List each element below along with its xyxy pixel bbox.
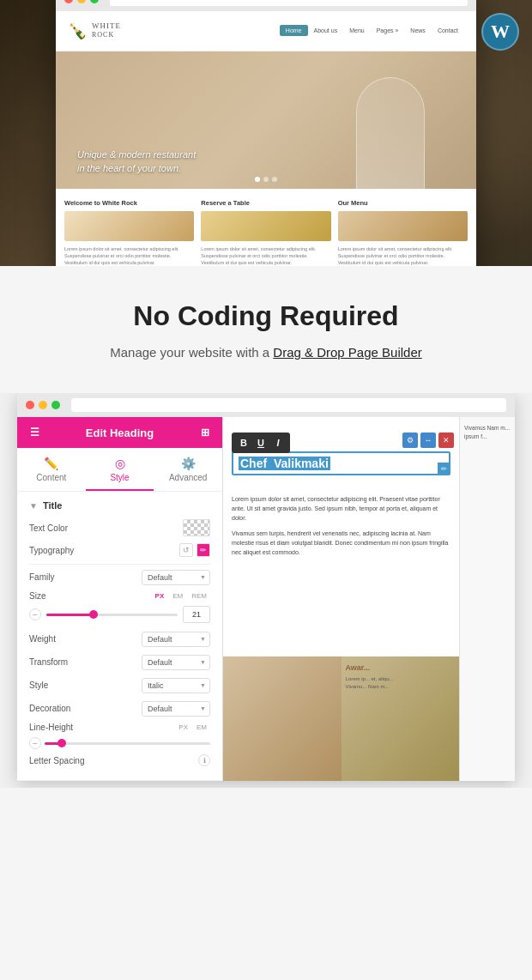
style-label: Style xyxy=(29,681,48,690)
site-nav-items: Home About us Menu Pages » News Contact xyxy=(280,25,464,36)
italic-button[interactable]: I xyxy=(270,435,286,451)
award-title: Awar... xyxy=(346,663,371,672)
lh-slider-thumb[interactable] xyxy=(57,739,66,747)
article-text: Lorem ipsum dolor sit amet, consectetur … xyxy=(232,494,450,562)
edit-typography-button[interactable]: ✏ xyxy=(196,543,210,557)
weight-label: Weight xyxy=(29,634,56,644)
decoration-select[interactable]: Default xyxy=(142,701,210,717)
lh-decrease[interactable]: − xyxy=(29,737,41,749)
transform-row: Transform Default xyxy=(29,653,210,670)
size-slider-thumb[interactable] xyxy=(89,610,98,619)
weight-row: Weight Default xyxy=(29,630,210,647)
nav-item-contact[interactable]: Contact xyxy=(432,25,464,36)
tab-advanced[interactable]: ⚙️ Advanced xyxy=(154,448,222,491)
decoration-label: Decoration xyxy=(29,704,70,713)
hero-dot-2[interactable] xyxy=(263,177,269,182)
sidebar-text: Vivamus Nam m... ipsum f... xyxy=(464,424,511,441)
site-col-2: Reserve a Table Lorem ipsum dolor sit am… xyxy=(201,199,330,266)
letter-spacing-info: ℹ xyxy=(198,754,210,766)
hero-line1: Unique & modern restaurant xyxy=(77,148,196,162)
builder-bar xyxy=(17,393,515,417)
preview-main: B U I ⚙ ↔ ✕ Chef Va xyxy=(223,417,459,781)
site-col-1-text: Lorem ipsum dolor sit amet, consectetur … xyxy=(64,245,194,266)
family-select[interactable]: Default xyxy=(142,570,210,585)
unit-rem[interactable]: REM xyxy=(188,591,210,601)
decoration-select-wrapper: Default xyxy=(142,699,210,717)
hamburger-icon[interactable]: ☰ xyxy=(27,426,41,439)
size-number-input[interactable] xyxy=(183,606,210,623)
article-paragraph-1: Lorem ipsum dolor sit amet, consectetur … xyxy=(232,494,450,523)
logo-icon: 🍾 xyxy=(68,18,87,44)
nav-item-home[interactable]: Home xyxy=(280,25,308,36)
style-tab-icon: ◎ xyxy=(115,457,125,470)
nav-item-menu[interactable]: Menu xyxy=(343,25,371,36)
size-row: Size PX EM REM xyxy=(29,591,210,601)
content-tab-icon: ✏️ xyxy=(44,457,58,470)
bottom-image-1 xyxy=(223,656,342,781)
size-slider-track[interactable] xyxy=(46,614,178,616)
style-select[interactable]: Italic xyxy=(142,678,210,693)
nav-item-news[interactable]: News xyxy=(404,25,432,36)
decoration-row: Decoration Default xyxy=(29,699,210,717)
line-height-label: Line-Height xyxy=(29,723,172,732)
sub-text: Manage your website with a Drag & Drop P… xyxy=(34,342,498,363)
handle-close-btn[interactable]: ✕ xyxy=(438,433,454,448)
chef-edit-pencil[interactable]: ✏ xyxy=(438,463,450,475)
tab-style[interactable]: ◎ Style xyxy=(86,448,154,491)
family-select-wrapper: Default xyxy=(142,568,210,585)
main-heading: No Coding Required xyxy=(34,300,498,332)
site-col-1-title: Welcome to White Rock xyxy=(64,199,194,207)
builder-url-bar xyxy=(71,398,506,412)
nav-item-pages[interactable]: Pages » xyxy=(371,25,405,36)
bold-button[interactable]: B xyxy=(236,435,251,451)
tab-content[interactable]: ✏️ Content xyxy=(17,448,86,491)
site-col-3-image xyxy=(338,211,468,241)
color-picker[interactable] xyxy=(183,519,210,536)
unit-px[interactable]: PX xyxy=(152,591,168,601)
grid-icon[interactable]: ⊞ xyxy=(198,426,212,439)
typography-controls: ↺ ✏ xyxy=(179,543,210,557)
site-col-2-text: Lorem ipsum dolor sit amet, consectetur … xyxy=(201,245,330,266)
lh-unit-em[interactable]: EM xyxy=(193,723,210,732)
tab-style-label: Style xyxy=(110,473,129,482)
award-body-1: Lorem ip... et, aliqu... xyxy=(346,675,456,683)
unit-em[interactable]: EM xyxy=(169,591,186,601)
chef-heading-block[interactable]: Chef Valikmaki ✏ xyxy=(232,451,450,475)
chef-prefix: Chef xyxy=(239,457,272,470)
underline-button[interactable]: U xyxy=(253,435,269,451)
title-section: ▼ Title Text Color Typography ↺ ✏ xyxy=(17,492,222,781)
browser-url-bar xyxy=(110,0,468,6)
hero-line2: in the heart of your town. xyxy=(77,161,196,176)
hero-dot-3[interactable] xyxy=(272,177,277,182)
size-slider-fill xyxy=(46,614,93,616)
nav-item-about[interactable]: About us xyxy=(308,25,344,36)
refresh-button[interactable]: ↺ xyxy=(179,543,193,557)
edit-handle: ⚙ ↔ ✕ xyxy=(402,433,454,448)
size-label: Size xyxy=(29,591,147,601)
award-body-2: Vivamu... Nam m... xyxy=(346,683,456,691)
size-decrease[interactable]: − xyxy=(29,608,41,620)
tab-advanced-label: Advanced xyxy=(169,473,207,482)
lh-unit-px[interactable]: PX xyxy=(175,723,191,732)
builder-dot-yellow xyxy=(39,401,47,409)
text-color-row: Text Color xyxy=(29,519,210,536)
wordpress-icon[interactable]: W xyxy=(481,13,519,51)
transform-select[interactable]: Default xyxy=(142,655,210,670)
builder-dot-green xyxy=(51,401,60,409)
builder-preview-content: B U I ⚙ ↔ ✕ Chef Va xyxy=(223,417,515,781)
weight-select-wrapper: Default xyxy=(142,630,210,647)
section-title-label: Title xyxy=(43,500,62,511)
handle-edit-btn[interactable]: ↔ xyxy=(420,433,436,448)
handle-settings-btn[interactable]: ⚙ xyxy=(402,433,418,448)
style-row: Style Italic xyxy=(29,676,210,693)
browser-bar-1 xyxy=(56,0,476,11)
text-section: No Coding Required Manage your website w… xyxy=(0,266,532,393)
browser-dot-green xyxy=(90,0,99,3)
site-logo: 🍾 WHITE ROCK xyxy=(68,18,280,44)
panel-tabs: ✏️ Content ◎ Style ⚙️ Advanced xyxy=(17,448,222,492)
lh-slider-track[interactable] xyxy=(45,742,210,745)
drag-drop-link[interactable]: Drag & Drop Page Builder xyxy=(273,345,421,360)
weight-select[interactable]: Default xyxy=(142,632,210,647)
bottom-image-2: Awar... Lorem ip... et, aliqu... Vivamu.… xyxy=(342,656,460,781)
hero-dot-1[interactable] xyxy=(255,177,260,182)
